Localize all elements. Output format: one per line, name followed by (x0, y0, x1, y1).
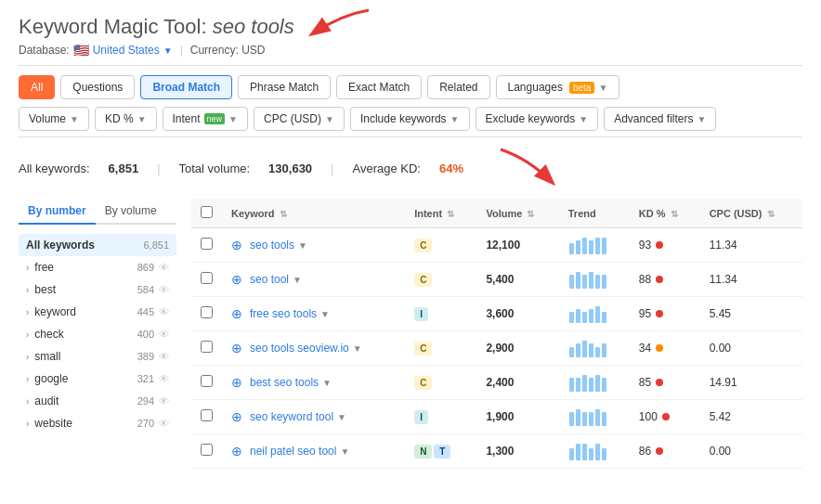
keyword-dropdown-arrow[interactable]: ▼ (298, 240, 307, 251)
keyword-dropdown-arrow[interactable]: ▼ (340, 446, 349, 457)
sidebar-item-website[interactable]: › website 270 👁 (19, 412, 176, 434)
cpc-value: 11.34 (710, 273, 737, 286)
eye-icon-check[interactable]: 👁 (159, 329, 169, 340)
sidebar-item-free[interactable]: › free 869 👁 (19, 256, 176, 278)
add-keyword-icon[interactable]: ⊕ (231, 444, 242, 459)
table-row: ⊕ neil patel seo tool ▼ NT 1,300 86 0.00 (191, 434, 802, 469)
keyword-cell: ⊕ seo tools seoview.io ▼ (222, 331, 405, 366)
volume-cell: 1,300 (476, 434, 558, 469)
avg-kd-label: Average KD: (353, 162, 421, 175)
add-keyword-icon[interactable]: ⊕ (231, 238, 242, 252)
keyword-link[interactable]: seo keyword tool (250, 410, 333, 423)
sidebar-item-best[interactable]: › best 584 👁 (19, 278, 176, 301)
row-checkbox-6[interactable] (201, 444, 213, 456)
sidebar-item-google[interactable]: › google 321 👁 (19, 368, 176, 390)
sort-by-volume[interactable]: By volume (96, 199, 166, 225)
keyword-dropdown-arrow[interactable]: ▼ (353, 343, 362, 354)
row-checkbox-0[interactable] (201, 238, 213, 250)
add-keyword-icon[interactable]: ⊕ (231, 272, 242, 287)
trend-cell (559, 434, 630, 469)
trend-chart (568, 270, 620, 289)
intent-cell: I (405, 297, 476, 331)
header-kd[interactable]: KD % ⇅ (630, 199, 700, 228)
row-checkbox-2[interactable] (201, 306, 213, 318)
tab-languages[interactable]: Languages beta ▼ (496, 75, 620, 99)
stats-bar: All keywords: 6,851 | Total volume: 130,… (0, 137, 821, 199)
sidebar-item-audit[interactable]: › audit 294 👁 (19, 390, 176, 412)
cpc-chevron: ▼ (325, 114, 334, 124)
sidebar-website-label: website (34, 417, 72, 430)
tab-related[interactable]: Related (427, 75, 489, 99)
keyword-dropdown-arrow[interactable]: ▼ (337, 412, 346, 422)
keyword-link[interactable]: best seo tools (250, 376, 319, 389)
filter-intent[interactable]: Intent new ▼ (163, 107, 248, 131)
filter-advanced[interactable]: Advanced filters ▼ (604, 107, 716, 131)
eye-icon-best[interactable]: 👁 (159, 284, 169, 295)
volume-value: 2,900 (486, 342, 514, 355)
row-checkbox-5[interactable] (201, 409, 213, 421)
row-checkbox-1[interactable] (201, 272, 213, 284)
tab-exact-match[interactable]: Exact Match (336, 75, 422, 99)
content-area: By number By volume All keywords 6,851 ›… (0, 199, 821, 469)
volume-value: 2,400 (486, 376, 514, 389)
volume-cell: 2,400 (476, 366, 558, 400)
new-badge: new (204, 113, 226, 124)
match-tab-row: All Questions Broad Match Phrase Match E… (19, 75, 802, 99)
header-checkbox[interactable] (201, 206, 213, 218)
row-checkbox-cell (191, 263, 222, 297)
dropdown-arrow-db[interactable]: ▼ (163, 45, 173, 56)
filter-kd[interactable]: KD % ▼ (95, 107, 157, 131)
sidebar-all-label: All keywords (26, 239, 95, 252)
eye-icon-free[interactable]: 👁 (159, 262, 169, 273)
keyword-dropdown-arrow[interactable]: ▼ (322, 378, 332, 388)
cpc-value: 5.42 (710, 410, 731, 423)
eye-icon-audit[interactable]: 👁 (159, 395, 169, 407)
tab-all[interactable]: All (19, 75, 55, 99)
keyword-link[interactable]: free seo tools (250, 307, 317, 320)
header-trend[interactable]: Trend (559, 199, 630, 228)
tab-questions[interactable]: Questions (60, 75, 135, 99)
header: Keyword Magic Tool: seo tools Database: … (0, 0, 821, 65)
row-checkbox-cell (191, 228, 222, 263)
row-checkbox-3[interactable] (201, 341, 213, 353)
flag-icon: 🇺🇸 (73, 43, 89, 58)
filter-include[interactable]: Include keywords ▼ (350, 107, 470, 131)
eye-icon-small[interactable]: 👁 (159, 351, 169, 362)
sidebar-all-count: 6,851 (143, 239, 169, 251)
sidebar-item-keyword[interactable]: › keyword 445 👁 (19, 301, 176, 323)
add-keyword-icon[interactable]: ⊕ (231, 306, 242, 321)
keyword-dropdown-arrow[interactable]: ▼ (320, 309, 330, 319)
tab-phrase-match[interactable]: Phrase Match (238, 75, 331, 99)
add-keyword-icon[interactable]: ⊕ (231, 341, 242, 355)
database-value[interactable]: United States (93, 44, 160, 57)
keyword-dropdown-arrow[interactable]: ▼ (293, 275, 302, 285)
eye-icon-website[interactable]: 👁 (159, 418, 169, 429)
keyword-link[interactable]: seo tools (250, 239, 294, 252)
header-keyword[interactable]: Keyword ⇅ (222, 199, 405, 228)
keyword-link[interactable]: neil patel seo tool (250, 445, 336, 458)
keyword-link[interactable]: seo tools seoview.io (250, 342, 349, 355)
volume-cell: 3,600 (476, 297, 558, 331)
header-cpc[interactable]: CPC (USD) ⇅ (700, 199, 802, 228)
sort-by-number[interactable]: By number (19, 199, 96, 225)
header-intent[interactable]: Intent ⇅ (405, 199, 476, 228)
keyword-link[interactable]: seo tool (250, 273, 289, 286)
eye-icon-google[interactable]: 👁 (159, 373, 169, 384)
eye-icon-keyword[interactable]: 👁 (159, 306, 169, 317)
filter-volume[interactable]: Volume ▼ (19, 107, 89, 131)
filter-exclude[interactable]: Exclude keywords ▼ (476, 107, 599, 131)
row-checkbox-4[interactable] (201, 375, 213, 387)
add-keyword-icon[interactable]: ⊕ (231, 409, 242, 424)
trend-cell (559, 228, 630, 263)
tab-broad-match[interactable]: Broad Match (140, 75, 232, 99)
add-keyword-icon[interactable]: ⊕ (231, 375, 242, 390)
kd-dot-icon (656, 379, 663, 386)
sidebar-item-small[interactable]: › small 389 👁 (19, 345, 176, 368)
sidebar-best-count: 584 (137, 284, 154, 295)
sidebar-item-check[interactable]: › check 400 👁 (19, 323, 176, 345)
filter-cpc[interactable]: CPC (USD) ▼ (254, 107, 345, 131)
kd-dot-icon (656, 447, 663, 455)
table-header-row: Keyword ⇅ Intent ⇅ Volume ⇅ Trend KD % ⇅… (191, 199, 802, 228)
header-volume[interactable]: Volume ⇅ (476, 199, 558, 228)
sidebar-item-all[interactable]: All keywords 6,851 (19, 234, 176, 256)
